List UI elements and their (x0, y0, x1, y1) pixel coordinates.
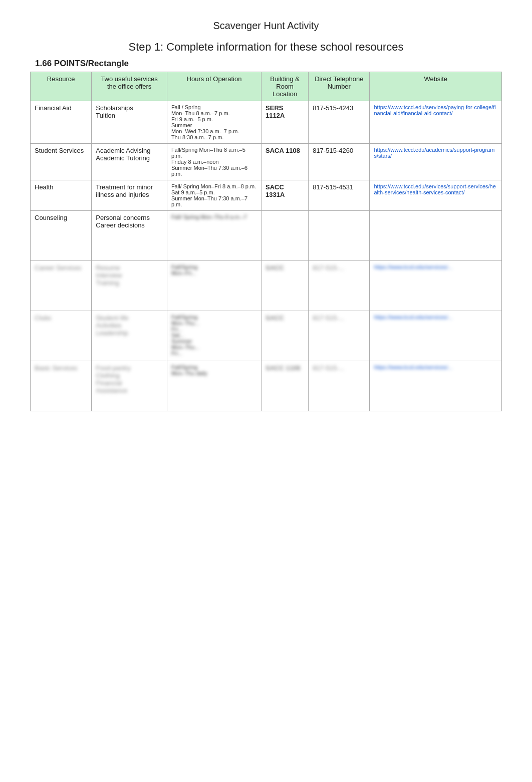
phone-cell: 817-515-4260 (309, 144, 370, 180)
table-row: Basic ServicesFood pantry Clothing Finan… (31, 361, 502, 411)
website-cell: https://www.tccd.edu/academics/support-p… (370, 144, 502, 180)
table-header-row: Resource Two useful services the office … (31, 72, 502, 101)
building-cell: SACC (261, 261, 309, 311)
table-row: ClubsStudent life Activities LeadershipF… (31, 311, 502, 361)
resource-cell: Counseling (31, 211, 92, 261)
header-hours: Hours of Operation (167, 72, 261, 101)
header-services: Two useful services the office offers (92, 72, 167, 101)
resource-cell: Career Services (31, 261, 92, 311)
website-cell: https://www.tccd.edu/services/... (370, 361, 502, 411)
table-row: Student ServicesAcademic Advising Academ… (31, 144, 502, 180)
building-cell: SACC 1331A (261, 180, 309, 211)
services-cell: Academic Advising Academic Tutoring (92, 144, 167, 180)
hours-cell: Fall/ Spring Mon–Fri 8 a.m.–8 p.m. Sat 9… (167, 180, 261, 211)
services-cell: Resume Interview Training (92, 261, 167, 311)
building-cell: SACC (261, 311, 309, 361)
website-cell: https://www.tccd.edu/services/support-se… (370, 180, 502, 211)
header-phone: Direct Telephone Number (309, 72, 370, 101)
services-cell: Personal concerns Career decisions (92, 211, 167, 261)
table-row: CounselingPersonal concerns Career decis… (31, 211, 502, 261)
hours-cell: Fall/Spring Mon–Thu daily (167, 361, 261, 411)
website-link[interactable]: https://www.tccd.edu/academics/support-p… (374, 147, 494, 159)
resource-cell: Basic Services (31, 361, 92, 411)
step-title: Step 1: Complete information for these s… (30, 41, 502, 54)
page-container: Scavenger Hunt Activity Step 1: Complete… (0, 0, 532, 431)
phone-cell: 817-515-... (309, 361, 370, 411)
phone-cell: 817-515-... (309, 261, 370, 311)
website-link[interactable]: https://www.tccd.edu/services/support-se… (374, 183, 495, 195)
hours-cell: Fall/Spring Mon–Thu... Fri... Sat... Sum… (167, 311, 261, 361)
resource-cell: Financial Aid (31, 101, 92, 144)
building-cell: SERS 1112A (261, 101, 309, 144)
services-cell: Treatment for minor illness and injuries (92, 180, 167, 211)
hours-cell: Fall/Spring Mon–Fri... (167, 261, 261, 311)
resources-table: Resource Two useful services the office … (30, 72, 502, 411)
hours-cell: Fall/ Spring Mon–Thu 8 a.m.–7 (167, 211, 261, 261)
points-label: 1.66 POINTS/Rectangle (35, 59, 502, 69)
main-title: Scavenger Hunt Activity (30, 20, 502, 32)
phone-cell (309, 211, 370, 261)
building-cell: SACC 1108 (261, 361, 309, 411)
services-cell: Scholarships Tuition (92, 101, 167, 144)
services-cell: Student life Activities Leadership (92, 311, 167, 361)
website-cell: https://www.tccd.edu/services/... (370, 311, 502, 361)
resource-cell: Clubs (31, 311, 92, 361)
hours-cell: Fall / Spring Mon–Thu 8 a.m.–7 p.m. Fri … (167, 101, 261, 144)
website-cell: https://www.tccd.edu/services/paying-for… (370, 101, 502, 144)
resource-cell: Student Services (31, 144, 92, 180)
phone-cell: 817-515-4243 (309, 101, 370, 144)
building-cell: SACA 1108 (261, 144, 309, 180)
table-row: HealthTreatment for minor illness and in… (31, 180, 502, 211)
header-building: Building & Room Location (261, 72, 309, 101)
phone-cell: 817-515-... (309, 311, 370, 361)
header-website: Website (370, 72, 502, 101)
website-link[interactable]: https://www.tccd.edu/services/paying-for… (374, 104, 495, 116)
table-row: Financial AidScholarships TuitionFall / … (31, 101, 502, 144)
phone-cell: 817-515-4531 (309, 180, 370, 211)
hours-cell: Fall/Spring Mon–Thu 8 a.m.–5 p.m. Friday… (167, 144, 261, 180)
website-cell: https://www.tccd.edu/services/... (370, 261, 502, 311)
services-cell: Food pantry Clothing Financial Assistanc… (92, 361, 167, 411)
table-row: Career ServicesResume Interview Training… (31, 261, 502, 311)
website-cell (370, 211, 502, 261)
resource-cell: Health (31, 180, 92, 211)
header-resource: Resource (31, 72, 92, 101)
building-cell (261, 211, 309, 261)
